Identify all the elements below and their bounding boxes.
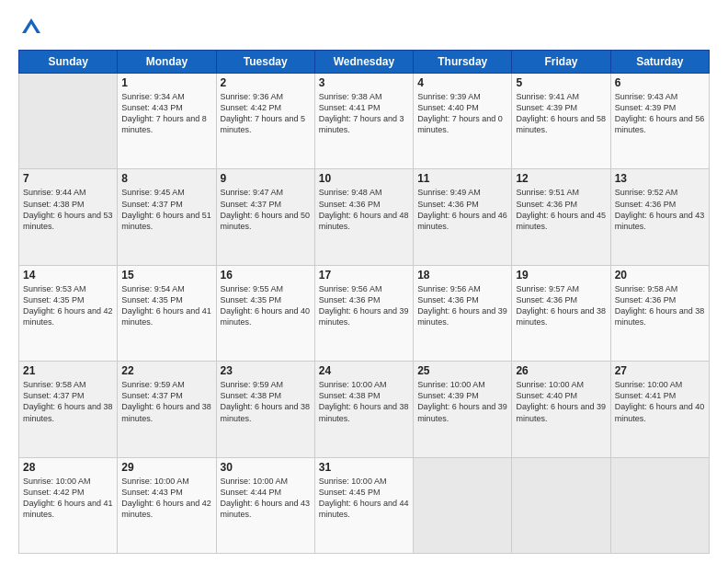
logo-icon: [18, 15, 44, 40]
day-cell: 18Sunrise: 9:56 AMSunset: 4:36 PMDayligh…: [414, 265, 512, 361]
day-cell: 21Sunrise: 9:58 AMSunset: 4:37 PMDayligh…: [19, 362, 118, 457]
day-detail: Sunrise: 9:56 AMSunset: 4:36 PMDaylight:…: [319, 283, 409, 328]
day-number: 12: [516, 172, 606, 185]
day-detail: Sunrise: 9:58 AMSunset: 4:36 PMDaylight:…: [615, 283, 705, 328]
day-detail: Sunrise: 9:49 AMSunset: 4:36 PMDaylight:…: [417, 187, 507, 232]
day-cell: 26Sunrise: 10:00 AMSunset: 4:40 PMDaylig…: [512, 362, 610, 457]
day-detail: Sunrise: 9:43 AMSunset: 4:39 PMDaylight:…: [615, 91, 705, 136]
day-detail: Sunrise: 10:00 AMSunset: 4:45 PMDaylight…: [319, 476, 409, 521]
day-number: 6: [615, 76, 705, 89]
day-cell: 6Sunrise: 9:43 AMSunset: 4:39 PMDaylight…: [610, 74, 709, 169]
day-number: 22: [121, 364, 211, 377]
day-cell: 3Sunrise: 9:38 AMSunset: 4:41 PMDaylight…: [314, 74, 413, 169]
day-cell: 4Sunrise: 9:39 AMSunset: 4:40 PMDaylight…: [414, 74, 512, 169]
day-detail: Sunrise: 9:59 AMSunset: 4:38 PMDaylight:…: [221, 379, 311, 424]
day-detail: Sunrise: 9:36 AMSunset: 4:42 PMDaylight:…: [221, 91, 311, 136]
day-number: 10: [319, 172, 409, 185]
day-detail: Sunrise: 10:00 AMSunset: 4:41 PMDaylight…: [615, 379, 705, 424]
day-detail: Sunrise: 9:59 AMSunset: 4:37 PMDaylight:…: [121, 379, 211, 424]
day-detail: Sunrise: 9:45 AMSunset: 4:37 PMDaylight:…: [121, 187, 211, 232]
calendar-page: SundayMondayTuesdayWednesdayThursdayFrid…: [0, 0, 728, 563]
day-cell: 14Sunrise: 9:53 AMSunset: 4:35 PMDayligh…: [19, 265, 118, 361]
day-cell: 12Sunrise: 9:51 AMSunset: 4:36 PMDayligh…: [512, 169, 610, 265]
day-cell: 8Sunrise: 9:45 AMSunset: 4:37 PMDaylight…: [118, 169, 216, 265]
day-cell: 17Sunrise: 9:56 AMSunset: 4:36 PMDayligh…: [314, 265, 413, 361]
day-number: 23: [221, 364, 311, 377]
day-number: 11: [417, 172, 507, 185]
day-detail: Sunrise: 9:52 AMSunset: 4:36 PMDaylight:…: [615, 187, 705, 232]
day-number: 14: [23, 269, 113, 282]
day-number: 18: [417, 269, 507, 282]
day-number: 24: [319, 364, 409, 377]
weekday-header-sunday: Sunday: [19, 51, 118, 74]
header: [18, 15, 710, 40]
weekday-header-tuesday: Tuesday: [216, 51, 314, 74]
day-detail: Sunrise: 9:44 AMSunset: 4:38 PMDaylight:…: [23, 187, 113, 232]
weekday-header-thursday: Thursday: [414, 51, 512, 74]
day-detail: Sunrise: 9:51 AMSunset: 4:36 PMDaylight:…: [516, 187, 606, 232]
day-cell: 30Sunrise: 10:00 AMSunset: 4:44 PMDaylig…: [216, 457, 314, 553]
day-number: 5: [516, 76, 606, 89]
day-detail: Sunrise: 10:00 AMSunset: 4:42 PMDaylight…: [23, 476, 113, 521]
day-cell: 1Sunrise: 9:34 AMSunset: 4:43 PMDaylight…: [118, 74, 216, 169]
day-cell: 10Sunrise: 9:48 AMSunset: 4:36 PMDayligh…: [314, 169, 413, 265]
day-number: 15: [121, 269, 211, 282]
day-number: 19: [516, 269, 606, 282]
day-number: 7: [23, 172, 113, 185]
day-cell: 19Sunrise: 9:57 AMSunset: 4:36 PMDayligh…: [512, 265, 610, 361]
day-cell: 16Sunrise: 9:55 AMSunset: 4:35 PMDayligh…: [216, 265, 314, 361]
day-cell: 15Sunrise: 9:54 AMSunset: 4:35 PMDayligh…: [118, 265, 216, 361]
day-cell: 7Sunrise: 9:44 AMSunset: 4:38 PMDaylight…: [19, 169, 118, 265]
day-cell: 13Sunrise: 9:52 AMSunset: 4:36 PMDayligh…: [610, 169, 709, 265]
day-detail: Sunrise: 10:00 AMSunset: 4:40 PMDaylight…: [516, 379, 606, 424]
day-number: 25: [417, 364, 507, 377]
week-row-3: 14Sunrise: 9:53 AMSunset: 4:35 PMDayligh…: [19, 265, 710, 361]
day-number: 1: [121, 76, 211, 89]
weekday-header-monday: Monday: [118, 51, 216, 74]
day-cell: [512, 457, 610, 553]
day-detail: Sunrise: 10:00 AMSunset: 4:38 PMDaylight…: [319, 379, 409, 424]
day-detail: Sunrise: 9:57 AMSunset: 4:36 PMDaylight:…: [516, 283, 606, 328]
logo: [18, 15, 48, 40]
day-number: 29: [121, 461, 211, 474]
day-detail: Sunrise: 9:38 AMSunset: 4:41 PMDaylight:…: [319, 91, 409, 136]
week-row-4: 21Sunrise: 9:58 AMSunset: 4:37 PMDayligh…: [19, 362, 710, 457]
day-cell: 11Sunrise: 9:49 AMSunset: 4:36 PMDayligh…: [414, 169, 512, 265]
day-cell: [19, 74, 118, 169]
day-cell: 20Sunrise: 9:58 AMSunset: 4:36 PMDayligh…: [610, 265, 709, 361]
week-row-1: 1Sunrise: 9:34 AMSunset: 4:43 PMDaylight…: [19, 74, 710, 169]
day-detail: Sunrise: 9:58 AMSunset: 4:37 PMDaylight:…: [23, 379, 113, 424]
day-detail: Sunrise: 9:39 AMSunset: 4:40 PMDaylight:…: [417, 91, 507, 136]
day-detail: Sunrise: 9:48 AMSunset: 4:36 PMDaylight:…: [319, 187, 409, 232]
weekday-header-saturday: Saturday: [610, 51, 709, 74]
day-number: 13: [615, 172, 705, 185]
weekday-header-wednesday: Wednesday: [314, 51, 413, 74]
day-number: 27: [615, 364, 705, 377]
day-number: 30: [221, 461, 311, 474]
day-cell: 23Sunrise: 9:59 AMSunset: 4:38 PMDayligh…: [216, 362, 314, 457]
day-number: 16: [221, 269, 311, 282]
day-cell: [414, 457, 512, 553]
day-cell: [610, 457, 709, 553]
day-number: 21: [23, 364, 113, 377]
day-number: 3: [319, 76, 409, 89]
day-detail: Sunrise: 9:47 AMSunset: 4:37 PMDaylight:…: [221, 187, 311, 232]
day-cell: 9Sunrise: 9:47 AMSunset: 4:37 PMDaylight…: [216, 169, 314, 265]
day-cell: 29Sunrise: 10:00 AMSunset: 4:43 PMDaylig…: [118, 457, 216, 553]
day-detail: Sunrise: 10:00 AMSunset: 4:44 PMDaylight…: [221, 476, 311, 521]
week-row-2: 7Sunrise: 9:44 AMSunset: 4:38 PMDaylight…: [19, 169, 710, 265]
day-number: 4: [417, 76, 507, 89]
weekday-header-row: SundayMondayTuesdayWednesdayThursdayFrid…: [19, 51, 710, 74]
day-detail: Sunrise: 9:41 AMSunset: 4:39 PMDaylight:…: [516, 91, 606, 136]
day-cell: 25Sunrise: 10:00 AMSunset: 4:39 PMDaylig…: [414, 362, 512, 457]
day-detail: Sunrise: 10:00 AMSunset: 4:39 PMDaylight…: [417, 379, 507, 424]
day-number: 26: [516, 364, 606, 377]
day-number: 9: [221, 172, 311, 185]
day-cell: 5Sunrise: 9:41 AMSunset: 4:39 PMDaylight…: [512, 74, 610, 169]
day-detail: Sunrise: 9:34 AMSunset: 4:43 PMDaylight:…: [121, 91, 211, 136]
week-row-5: 28Sunrise: 10:00 AMSunset: 4:42 PMDaylig…: [19, 457, 710, 553]
day-number: 17: [319, 269, 409, 282]
day-cell: 27Sunrise: 10:00 AMSunset: 4:41 PMDaylig…: [610, 362, 709, 457]
day-number: 8: [121, 172, 211, 185]
day-number: 31: [319, 461, 409, 474]
